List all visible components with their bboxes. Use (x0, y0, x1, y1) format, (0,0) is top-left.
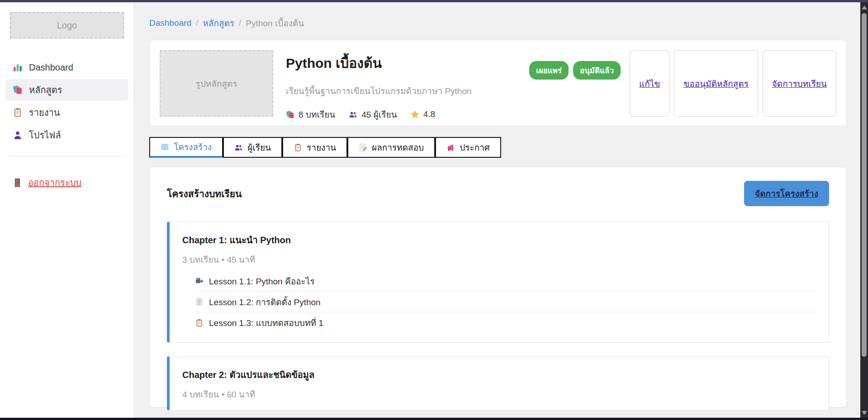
edit-course-label: แก้ไข (639, 77, 660, 90)
clipboard-icon (195, 319, 204, 327)
request-approval-button[interactable]: ขออนุมัติหลักสูตร (674, 50, 758, 117)
course-title: Python เบื้องต้น (286, 52, 529, 74)
lesson-title: Lesson 1.1: Python คืออะไร (209, 274, 314, 288)
stat-students: 45 ผู้เรียน (349, 108, 397, 121)
people-icon (349, 110, 357, 119)
scroll-up-arrow[interactable] (860, 3, 868, 11)
vertical-scrollbar[interactable] (860, 2, 868, 418)
person-icon (13, 130, 23, 140)
breadcrumb-dashboard[interactable]: Dashboard (149, 18, 191, 28)
breadcrumb-separator: / (239, 18, 241, 28)
stat-rating-label: 4.8 (423, 109, 435, 119)
clipboard-icon (294, 143, 302, 152)
course-header-card: รูปหลักสูตร Python เบื้องต้น เรียนรู้พื้… (149, 40, 847, 126)
stat-students-label: 45 ผู้เรียน (361, 108, 397, 121)
sidebar-item-label: โปรไฟล์ (29, 128, 61, 142)
sidebar-item-dashboard[interactable]: Dashboard (5, 57, 128, 78)
sidebar-menu: Dashboard หลักสูตร รายงาน โปรไฟล์ (0, 57, 134, 146)
request-approval-label: ขออนุมัติหลักสูตร (683, 77, 748, 90)
lesson-title: Lesson 1.3: แบบทดสอบบทที่ 1 (209, 316, 323, 330)
megaphone-icon (446, 143, 455, 152)
stat-rating: 4.8 (411, 109, 435, 119)
scrollbar-thumb[interactable] (862, 13, 867, 357)
manage-structure-button[interactable]: จัดการโครงสร้าง (744, 181, 829, 206)
door-icon (13, 178, 23, 188)
bar-chart-icon (13, 62, 23, 72)
chapter-title: Chapter 1: แนะนำ Python (182, 233, 816, 247)
tab-reports-label: รายงาน (307, 141, 336, 154)
star-icon (411, 110, 419, 119)
lesson-item[interactable]: Lesson 1.3: แบบทดสอบบทที่ 1 (195, 312, 816, 333)
scroll-down-arrow[interactable] (860, 409, 868, 417)
clipboard-icon (13, 108, 23, 118)
tab-structure[interactable]: โครงสร้าง (149, 137, 223, 158)
people-icon (234, 143, 243, 152)
sidebar-item-label: หลักสูตร (29, 83, 62, 97)
breadcrumb-separator: / (196, 18, 198, 28)
memo-pencil-icon (359, 143, 367, 152)
stat-lessons-label: 8 บทเรียน (299, 108, 335, 121)
books-icon (13, 85, 23, 95)
chapter-card-2: Chapter 2: ตัวแปรและชนิดข้อมูล 4 บทเรียน… (167, 356, 829, 411)
structure-header: โครงสร้างบทเรียน จัดการโครงสร้าง (167, 181, 829, 206)
status-badge-published: เผยแพร่ (529, 61, 569, 80)
chapter-meta: 4 บทเรียน • 60 นาที (182, 387, 816, 401)
logout-label: ออกจากระบบ (28, 175, 81, 190)
edit-course-button[interactable]: แก้ไข (630, 50, 669, 117)
course-image-label: รูปหลักสูตร (195, 77, 237, 90)
sidebar: Logo Dashboard หลักสูตร รายงาน โปรไฟล์ (0, 2, 134, 418)
status-badges: เผยแพร่ อนุมัติแล้ว (529, 61, 621, 80)
tab-students-label: ผู้เรียน (247, 141, 271, 154)
course-description: เรียนรู้พื้นฐานการเขียนโปรแกรมด้วยภาษา P… (286, 84, 529, 98)
logout-link[interactable]: ออกจากระบบ (5, 173, 128, 193)
chapter-card-1: Chapter 1: แนะนำ Python 3 บทเรียน • 45 น… (167, 222, 829, 343)
video-camera-icon (195, 277, 204, 285)
status-badge-approved: อนุมัติแล้ว (573, 61, 621, 80)
lesson-list: Lesson 1.1: Python คืออะไร Lesson 1.2: ก… (195, 271, 816, 333)
sidebar-divider (8, 156, 126, 156)
lesson-title: Lesson 1.2: การติดตั้ง Python (209, 295, 321, 309)
window-top-bar (0, 0, 868, 2)
tab-students[interactable]: ผู้เรียน (223, 137, 282, 158)
structure-heading: โครงสร้างบทเรียน (167, 186, 242, 201)
chapter-meta: 3 บทเรียน • 45 นาที (182, 253, 816, 266)
course-tabs: โครงสร้าง ผู้เรียน รายงาน ผลการทดสอบ ประ… (149, 137, 847, 158)
course-actions: แก้ไข ขออนุมัติหลักสูตร จัดการบทเรียน (630, 50, 836, 117)
sidebar-item-courses[interactable]: หลักสูตร (5, 79, 128, 101)
open-book-icon (161, 143, 169, 151)
sidebar-item-label: Dashboard (29, 62, 73, 73)
books-icon (286, 110, 294, 119)
lesson-item[interactable]: Lesson 1.1: Python คืออะไร (195, 271, 816, 292)
lesson-item[interactable]: Lesson 1.2: การติดตั้ง Python (195, 292, 816, 312)
course-info: Python เบื้องต้น เรียนรู้พื้นฐานการเขียน… (273, 50, 529, 121)
logo-label: Logo (57, 20, 77, 31)
sidebar-item-reports[interactable]: รายงาน (5, 102, 128, 123)
manage-lessons-button[interactable]: จัดการบทเรียน (763, 50, 836, 117)
sidebar-item-profile[interactable]: โปรไฟล์ (5, 124, 128, 146)
document-icon (195, 297, 204, 306)
tab-test-results[interactable]: ผลการทดสอบ (347, 137, 435, 158)
tab-reports[interactable]: รายงาน (282, 137, 347, 158)
manage-lessons-label: จัดการบทเรียน (772, 77, 827, 90)
main-content: Dashboard / หลักสูตร / Python เบื้องต้น … (134, 2, 860, 418)
window-bottom-bar (0, 418, 868, 420)
tab-announcements[interactable]: ประกาศ (435, 137, 501, 158)
breadcrumb-current: Python เบื้องต้น (246, 16, 304, 30)
chapter-title: Chapter 2: ตัวแปรและชนิดข้อมูล (182, 368, 816, 382)
tab-structure-label: โครงสร้าง (174, 140, 212, 154)
sidebar-item-label: รายงาน (29, 105, 60, 120)
breadcrumb-courses[interactable]: หลักสูตร (203, 16, 234, 30)
course-stats: 8 บทเรียน 45 ผู้เรียน 4.8 (286, 108, 529, 121)
app-screen: Logo Dashboard หลักสูตร รายงาน โปรไฟล์ (0, 0, 868, 420)
structure-panel: โครงสร้างบทเรียน จัดการโครงสร้าง Chapter… (149, 167, 847, 407)
stat-lessons: 8 บทเรียน (286, 108, 335, 121)
tab-announcements-label: ประกาศ (460, 141, 490, 154)
course-image-placeholder: รูปหลักสูตร (160, 50, 273, 117)
tab-test-results-label: ผลการทดสอบ (372, 141, 424, 154)
logo: Logo (10, 12, 124, 38)
breadcrumb: Dashboard / หลักสูตร / Python เบื้องต้น (149, 16, 847, 30)
